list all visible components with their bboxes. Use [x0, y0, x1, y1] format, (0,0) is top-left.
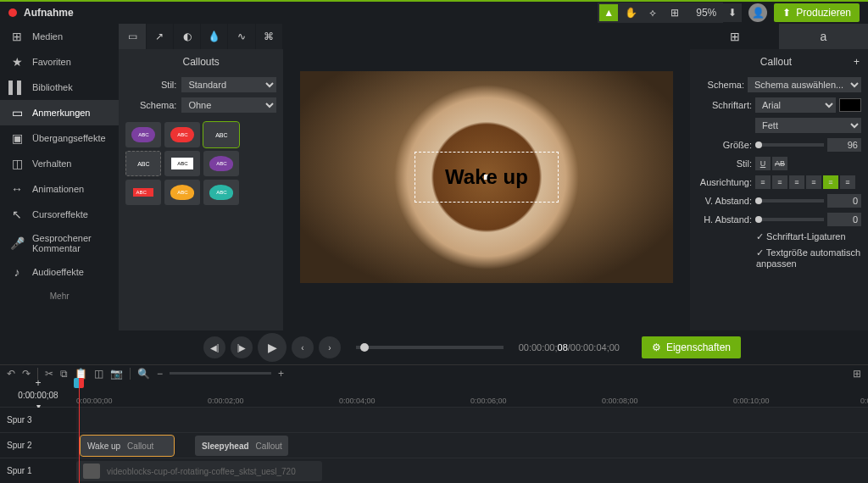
sidebar-item-voice[interactable]: 🎤Gesprochener Kommentar — [0, 227, 119, 259]
sidebar-item-audio[interactable]: ♪Audioeffekte — [0, 259, 119, 285]
align-middle[interactable]: ≡ — [823, 175, 838, 189]
split-button[interactable]: ◫ — [94, 368, 103, 380]
prop-ligatures[interactable]: ✓ Schriftart-Ligaturen — [690, 229, 868, 245]
preview-canvas[interactable]: Wake up — [300, 71, 673, 283]
underline-btn[interactable]: U — [755, 157, 771, 170]
align-bottom[interactable]: ≡ — [840, 175, 855, 189]
schema-select[interactable]: Ohne — [181, 97, 276, 113]
align-center[interactable]: ≡ — [772, 175, 787, 189]
snap-button[interactable]: 📷 — [110, 368, 123, 380]
zoom-slider[interactable] — [170, 372, 271, 375]
props-tab-text[interactable]: a — [779, 24, 868, 49]
zoom-level[interactable]: 95% — [691, 5, 721, 20]
prop-schema-label: Schema: — [697, 80, 744, 90]
prop-hspace-slider[interactable] — [755, 218, 824, 221]
props-tab-visual[interactable]: ⊞ — [690, 24, 779, 49]
prop-color-swatch[interactable] — [839, 98, 861, 112]
props-title: Callout — [698, 56, 854, 68]
sidebar-item-annotations[interactable]: ▭Anmerkungen — [0, 100, 119, 125]
align-right[interactable]: ≡ — [789, 175, 804, 189]
sidebar-item-cursor[interactable]: ↖Cursoreffekte — [0, 202, 119, 227]
media-tab-motion[interactable]: ∿ — [228, 24, 255, 49]
zoom-minus[interactable]: − — [157, 368, 163, 380]
prev-frame-button[interactable]: ‹ — [292, 336, 314, 358]
play-button[interactable]: ▶ — [258, 333, 287, 362]
clip-sleepyhead[interactable]: Sleepyhead Callout — [195, 436, 288, 456]
playback-slider[interactable] — [356, 346, 504, 349]
prop-vspace-label: V. Abstand: — [697, 196, 752, 206]
props-add[interactable]: + — [854, 56, 860, 68]
resize-tool[interactable]: ⊞ — [665, 4, 684, 21]
sidebar-item-favorites[interactable]: ★Favoriten — [0, 49, 119, 75]
track-3-body[interactable] — [76, 408, 868, 432]
callout-bubble-red[interactable]: ABC — [164, 122, 200, 147]
prop-schema-select[interactable]: Schema auswählen... — [748, 77, 861, 92]
zoom-plus[interactable]: + — [278, 368, 284, 380]
prop-vspace-input[interactable] — [827, 194, 861, 208]
callout-bubble-purple[interactable]: ABC — [125, 122, 161, 147]
track-2-head[interactable]: Spur 2 — [0, 433, 76, 458]
prop-autosize[interactable]: ✓ Textgröße automatisch anpassen — [690, 245, 868, 271]
properties-button[interactable]: ⚙ Eigenschaften — [642, 336, 741, 358]
prop-size-input[interactable] — [827, 138, 861, 152]
record-icon[interactable] — [8, 8, 17, 17]
undo-button[interactable]: ↶ — [7, 368, 15, 380]
media-tab-arrows[interactable]: ↗ — [147, 24, 174, 49]
prev-button[interactable]: ◀| — [203, 336, 225, 358]
callout-rect-white[interactable]: ABC — [164, 151, 200, 176]
cut-button[interactable]: ✂ — [45, 368, 53, 380]
media-tab-keys[interactable]: ⌘ — [256, 24, 283, 49]
crop-tool[interactable]: ⟡ — [643, 4, 662, 21]
prop-font-select[interactable]: Arial — [755, 97, 836, 113]
style-select[interactable]: Standard — [181, 77, 276, 92]
track-2-body[interactable]: Wake up Callout Sleepyhead Callout — [76, 433, 868, 458]
prop-align-label: Ausrichtung: — [697, 177, 752, 187]
track-1-head[interactable]: Spur 1 — [0, 458, 76, 483]
callout-think-purple[interactable]: ABC — [203, 151, 239, 176]
timeline-settings[interactable]: ⊞ — [853, 368, 861, 380]
sidebar-item-behaviors[interactable]: ◫Verhalten — [0, 151, 119, 176]
callout-cloud-teal[interactable]: ABC — [203, 180, 239, 205]
clip-video[interactable]: videoblocks-cup-of-rotating-coffee_sktst… — [76, 461, 322, 481]
prop-size-slider[interactable] — [755, 143, 824, 147]
prop-weight-select[interactable]: Fett — [755, 118, 861, 133]
download-button[interactable]: ⬇ — [723, 3, 742, 22]
prop-vspace-slider[interactable] — [755, 199, 824, 203]
ruler[interactable]: 0:00:00;00 0:00:02;00 0:00:04;00 0:00:06… — [76, 381, 868, 407]
next-frame-button[interactable]: › — [319, 336, 341, 358]
schema-label: Schema: — [125, 100, 176, 110]
add-track[interactable]: + — [35, 377, 41, 389]
align-top[interactable]: ≡ — [806, 175, 821, 189]
redo-button[interactable]: ↷ — [22, 368, 31, 380]
account-avatar[interactable]: 👤 — [748, 3, 767, 22]
sidebar-item-transitions[interactable]: ▣Übergangseffekte — [0, 125, 119, 151]
callout-text-plain[interactable]: ABC — [203, 122, 239, 147]
sidebar-item-library[interactable]: ▌▌Bibliothek — [0, 75, 119, 100]
hand-tool[interactable]: ✋ — [621, 4, 640, 21]
track-1-body[interactable]: videoblocks-cup-of-rotating-coffee_sktst… — [76, 458, 868, 483]
media-tab-blur[interactable]: 💧 — [201, 24, 228, 49]
strike-btn[interactable]: AB — [772, 157, 787, 170]
align-left[interactable]: ≡ — [755, 175, 771, 189]
sidebar-item-media[interactable]: ⊞Medien — [0, 24, 119, 49]
media-tab-shapes[interactable]: ◐ — [174, 24, 201, 49]
sidebar-more[interactable]: Mehr — [0, 285, 119, 308]
callout-text-dotted[interactable]: ABC — [125, 151, 161, 176]
clip-wakeup[interactable]: Wake up Callout — [81, 436, 174, 456]
canvas-tools: ▲ ✋ ⟡ ⊞ 95% — [598, 3, 723, 23]
copy-button[interactable]: ⧉ — [60, 368, 68, 380]
callout-arrow-red[interactable]: ABC — [125, 180, 161, 205]
sidebar-item-animations[interactable]: ↔Animationen — [0, 176, 119, 202]
track-3-head[interactable]: Spur 3 — [0, 408, 76, 432]
callout-cloud-orange[interactable]: ABC — [164, 180, 200, 205]
select-tool[interactable]: ▲ — [599, 4, 618, 21]
produce-button[interactable]: ⬆ Produzieren — [774, 3, 860, 22]
upload-icon: ⬆ — [782, 7, 791, 19]
selection-box[interactable]: Wake up — [415, 152, 559, 203]
zoom-out[interactable]: 🔍 — [137, 368, 150, 380]
playhead[interactable] — [79, 381, 80, 483]
callout-grid: ABC ABC ABC ABC ABC ABC ABC ABC ABC — [119, 115, 283, 212]
prop-hspace-input[interactable] — [827, 213, 861, 226]
media-tab-callouts[interactable]: ▭ — [119, 24, 146, 49]
step-fwd-button[interactable]: |▶ — [231, 336, 253, 358]
